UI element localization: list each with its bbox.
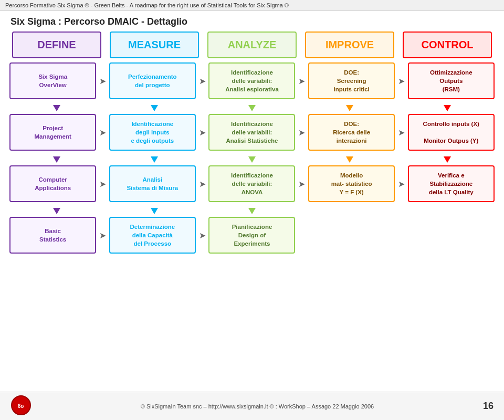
box-row3-control: Verifica e Stabilizzazione della LT Qual… [408,165,495,202]
top-bar: Percorso Formativo Six Sigma © - Green B… [0,0,504,11]
arrow-r1-4: ➤ [398,76,404,86]
page-title: Six Sigma : Percorso DMAIC - Dettaglio [0,11,504,32]
row1: Six Sigma OverView ➤ Perfezionamento del… [5,62,499,99]
box-row1-analyze: Identificazione delle variabili: Analisi… [208,62,295,99]
footer: 6σ © SixSigmaIn Team snc – http://www.si… [0,392,504,420]
svg-marker-8 [346,156,353,163]
box-row4-analyze: Pianificazione Design of Experiments [208,217,295,254]
row4: Basic Statistics ➤ Determinazione della … [5,217,499,254]
top-bar-text: Percorso Formativo Six Sigma © - Green B… [5,2,289,8]
arrow-r1-1: ➤ [99,76,106,86]
dmaic-container: DEFINE MEASURE ANALYZE IMPROVE CONTROL S… [0,32,504,254]
arrow-r4-1: ➤ [99,230,106,240]
svg-marker-3 [346,105,353,111]
box-row1-control: Ottimizzazione Outputs (RSM) [408,62,495,99]
row3: Computer Applications ➤ Analisi Sistema … [5,165,499,202]
arrow-down-control-2 [404,153,491,164]
box-row1-define: Six Sigma OverView [9,62,96,99]
arrow-down-analyze-2 [209,153,296,164]
svg-marker-12 [248,208,256,214]
arrow-down-measure-1 [111,101,198,113]
arrow-r2-3: ➤ [299,128,305,138]
svg-marker-5 [53,156,60,163]
svg-marker-11 [151,208,158,214]
box-row1-improve: DOE: Screening inputs critici [308,62,395,99]
arrow-down-define-2 [14,153,100,164]
svg-marker-10 [53,208,60,214]
box-row4-measure: Determinazione della Capacità del Proces… [109,217,196,254]
arrow-r2-2: ➤ [199,128,205,138]
arrow-r2-1: ➤ [99,128,106,138]
arrow-down-define-1 [14,101,100,113]
svg-marker-9 [444,156,451,163]
row2: Project Management ➤ Identificazione deg… [5,114,499,151]
arrow-r2-4: ➤ [398,128,404,138]
arrow-r3-4: ➤ [398,179,404,189]
arrow-down-measure-3 [111,204,198,216]
box-row1-measure: Perfezionamento del progetto [109,62,196,99]
box-row3-measure: Analisi Sistema di Misura [109,165,196,202]
arrow-r1-3: ➤ [299,76,305,86]
box-row2-improve: DOE: Ricerca delle interazioni [308,114,395,151]
svg-marker-6 [151,156,158,163]
svg-marker-7 [248,156,256,163]
svg-marker-0 [53,105,60,111]
arrow-down-analyze-3 [209,204,296,216]
arrow-down-improve-2 [307,153,393,164]
header-analyze: ANALYZE [207,32,297,58]
arrow-down-define-3 [14,204,100,216]
footer-page-number: 16 [483,401,494,412]
box-row3-improve: Modello mat- statistico Y = F (X) [308,165,395,202]
arrow-down-improve-1 [307,101,393,113]
svg-marker-2 [248,105,256,111]
box-row2-measure: Identificazione degli inputs e degli out… [109,114,196,151]
svg-text:6σ: 6σ [18,403,25,409]
header-control: CONTROL [403,32,492,58]
arrows-row3 [5,204,499,216]
arrows-row2 [5,153,499,164]
arrows-row1 [5,101,499,113]
box-row2-control: Controllo inputs (X) Monitor Outpus (Y) [408,114,495,151]
svg-marker-1 [151,105,158,111]
box-row4-define: Basic Statistics [9,217,96,254]
box-row3-analyze: Identificazione delle variabili: ANOVA [208,165,295,202]
header-improve: IMPROVE [305,32,394,58]
arrow-r3-2: ➤ [199,179,205,189]
box-row2-define: Project Management [9,114,96,151]
arrow-down-measure-2 [111,153,198,164]
box-row3-define: Computer Applications [9,165,96,202]
arrow-r3-1: ➤ [99,179,106,189]
footer-text: © SixSigmaIn Team snc – http://www.sixsi… [37,403,478,410]
arrow-r3-3: ➤ [299,179,305,189]
footer-logo: 6σ [10,395,32,417]
arrow-down-control-1 [404,101,491,113]
svg-marker-4 [444,105,451,111]
arrow-down-analyze-1 [209,101,296,113]
header-measure: MEASURE [110,32,199,58]
arrow-r1-2: ➤ [199,76,205,86]
box-row2-analyze: Identificazione delle variabili: Analisi… [208,114,295,151]
header-define: DEFINE [12,32,101,58]
arrow-r4-2: ➤ [199,230,205,240]
dmaic-header-row: DEFINE MEASURE ANALYZE IMPROVE CONTROL [5,32,499,58]
